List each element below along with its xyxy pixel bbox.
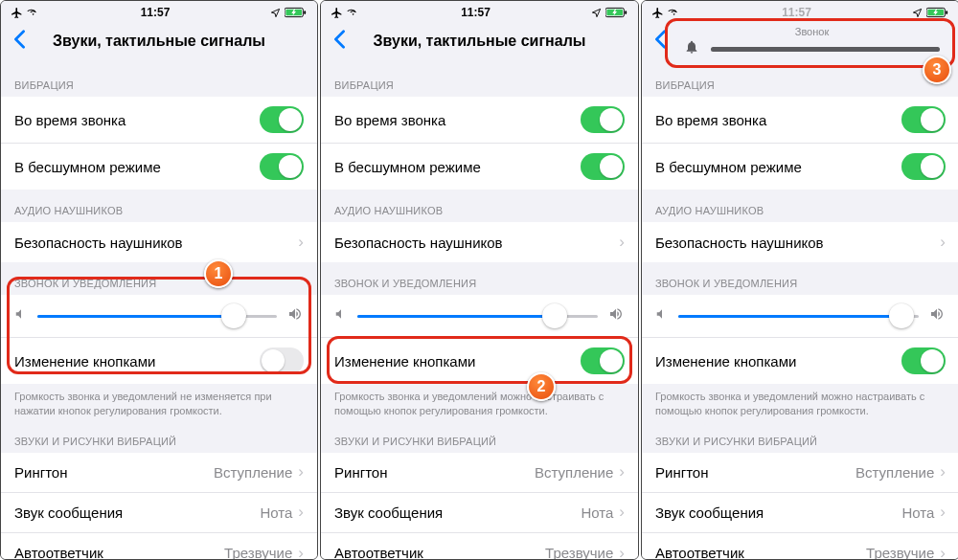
row-change-buttons[interactable]: Изменение кнопками (1, 338, 317, 384)
back-button[interactable] (5, 30, 34, 53)
airplane-icon (11, 7, 23, 19)
hud-slider (711, 47, 940, 52)
row-text-tone[interactable]: Звук сообщения Нота› (642, 493, 958, 533)
row-text-tone[interactable]: Звук сообщения Нота› (321, 493, 638, 533)
section-headphone: АУДИО НАУШНИКОВ (642, 190, 958, 222)
airplane-icon (651, 7, 664, 19)
row-vibrate-ring[interactable]: Во время звонка (1, 97, 317, 144)
toggle-vibrate-ring[interactable] (901, 106, 946, 133)
screen-3: 11:57 Звуки, тактильные сигналы Звонок В… (641, 0, 958, 560)
toggle-vibrate-ring[interactable] (581, 106, 625, 133)
chevron-icon: › (619, 503, 625, 522)
airplane-icon (331, 7, 343, 19)
row-vibrate-silent[interactable]: В бесшумном режиме (642, 144, 958, 190)
ringer-footer: Громкость звонка и уведомлений не изменя… (1, 384, 317, 420)
section-vibration: ВИБРАЦИЯ (321, 64, 638, 97)
status-bar: 11:57 (642, 1, 958, 22)
nav-header: Звуки, тактильные сигналы (1, 22, 317, 64)
section-vibration: ВИБРАЦИЯ (642, 64, 958, 97)
section-sounds: ЗВУКИ И РИСУНКИ ВИБРАЦИЙ (642, 420, 958, 453)
status-bar: 11:57 (1, 1, 317, 22)
wifi-icon (27, 8, 40, 18)
ringer-footer: Громкость звонка и уведомлений можно нас… (321, 384, 638, 420)
ringer-footer: Громкость звонка и уведомлений можно нас… (642, 384, 958, 420)
battery-icon (926, 7, 949, 18)
nav-header: Звуки, тактильные сигналы (321, 22, 638, 64)
status-time: 11:57 (782, 6, 811, 19)
speaker-low-icon (14, 307, 28, 325)
row-ringtone[interactable]: Рингтон Вступление› (1, 453, 317, 493)
toggle-change-buttons[interactable] (901, 347, 946, 374)
ringer-slider-row[interactable] (321, 295, 638, 338)
chevron-icon: › (940, 462, 946, 482)
svg-rect-2 (304, 11, 306, 14)
toggle-vibrate-silent[interactable] (260, 153, 304, 180)
volume-slider[interactable] (678, 315, 919, 318)
chevron-icon: › (619, 462, 625, 482)
chevron-icon: › (298, 462, 304, 482)
back-button[interactable] (325, 30, 354, 53)
section-sounds: ЗВУКИ И РИСУНКИ ВИБРАЦИЙ (321, 420, 638, 453)
speaker-high-icon (928, 306, 946, 325)
section-ringer: ЗВОНОК И УВЕДОМЛЕНИЯ (1, 262, 317, 295)
screen-2: 11:57 Звуки, тактильные сигналы ВИБРАЦИЯ… (320, 0, 639, 560)
chevron-icon: › (298, 544, 304, 560)
ringer-slider-row[interactable] (642, 295, 958, 338)
section-vibration: ВИБРАЦИЯ (1, 64, 317, 97)
page-title: Звуки, тактильные сигналы (1, 33, 317, 50)
row-headphone-safety[interactable]: Безопасность наушников › (642, 222, 958, 262)
volume-hud: Звонок (671, 22, 953, 64)
location-icon (591, 8, 602, 18)
row-vibrate-ring[interactable]: Во время звонка (642, 97, 958, 144)
row-ringtone[interactable]: Рингтон Вступление› (642, 453, 958, 493)
row-vibrate-ring[interactable]: Во время звонка (321, 97, 638, 144)
wifi-icon (668, 8, 681, 18)
location-icon (912, 8, 923, 18)
location-icon (270, 8, 281, 18)
row-voicemail[interactable]: Автоответчик Трезвучие› (321, 533, 638, 560)
row-vibrate-silent[interactable]: В бесшумном режиме (1, 144, 317, 190)
battery-icon (605, 7, 628, 18)
chevron-icon: › (940, 544, 946, 560)
row-headphone-safety[interactable]: Безопасность наушников › (1, 222, 317, 262)
ringer-slider-row[interactable] (1, 295, 317, 338)
row-text-tone[interactable]: Звук сообщения Нота› (1, 493, 317, 533)
toggle-vibrate-silent[interactable] (581, 153, 625, 180)
bell-icon (684, 39, 699, 58)
row-voicemail[interactable]: Автоответчик Трезвучие› (1, 533, 317, 560)
volume-slider[interactable] (357, 315, 598, 318)
section-headphone: АУДИО НАУШНИКОВ (321, 190, 638, 222)
chevron-icon: › (619, 233, 625, 252)
screen-1: 11:57 Звуки, тактильные сигналы ВИБРАЦИЯ… (0, 0, 318, 560)
section-ringer: ЗВОНОК И УВЕДОМЛЕНИЯ (642, 262, 958, 295)
svg-rect-5 (625, 11, 627, 14)
status-time: 11:57 (461, 6, 490, 19)
volume-slider[interactable] (37, 315, 277, 318)
toggle-vibrate-silent[interactable] (901, 153, 946, 180)
row-headphone-safety[interactable]: Безопасность наушников › (321, 222, 638, 262)
toggle-change-buttons[interactable] (260, 347, 304, 374)
svg-rect-8 (946, 11, 947, 14)
row-change-buttons[interactable]: Изменение кнопками (321, 338, 638, 384)
speaker-high-icon (607, 306, 625, 325)
chevron-icon: › (940, 503, 946, 522)
battery-icon (285, 7, 308, 18)
speaker-low-icon (655, 307, 669, 325)
row-vibrate-silent[interactable]: В бесшумном режиме (321, 144, 638, 190)
status-time: 11:57 (141, 6, 171, 19)
speaker-low-icon (334, 307, 348, 325)
chevron-icon: › (298, 503, 304, 522)
toggle-vibrate-ring[interactable] (260, 106, 304, 133)
row-change-buttons[interactable]: Изменение кнопками (642, 338, 958, 384)
section-sounds: ЗВУКИ И РИСУНКИ ВИБРАЦИЙ (1, 420, 317, 453)
row-voicemail[interactable]: Автоответчик Трезвучие› (642, 533, 958, 560)
section-ringer: ЗВОНОК И УВЕДОМЛЕНИЯ (321, 262, 638, 295)
chevron-icon: › (619, 544, 625, 560)
chevron-icon: › (298, 233, 304, 252)
row-ringtone[interactable]: Рингтон Вступление› (321, 453, 638, 493)
hud-title: Звонок (671, 26, 953, 37)
chevron-icon: › (940, 233, 946, 252)
section-headphone: АУДИО НАУШНИКОВ (1, 190, 317, 222)
toggle-change-buttons[interactable] (581, 347, 625, 374)
wifi-icon (347, 8, 360, 18)
